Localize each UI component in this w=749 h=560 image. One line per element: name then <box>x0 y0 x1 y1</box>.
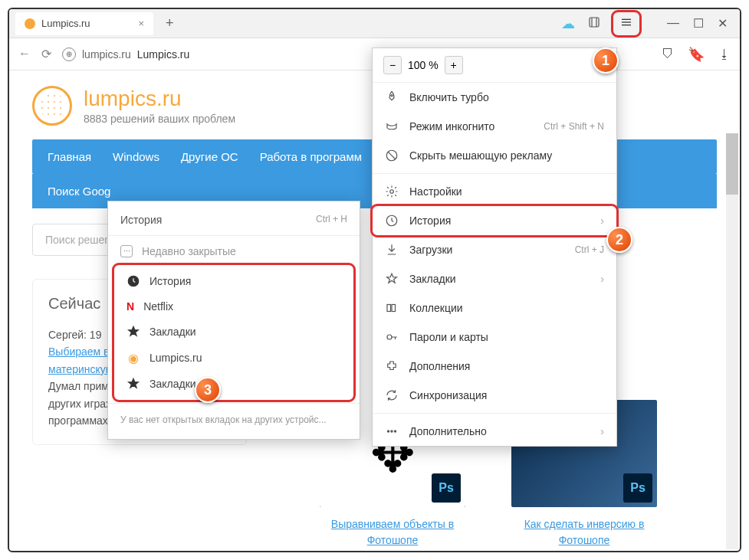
minimize-icon[interactable]: — <box>667 16 679 31</box>
weather-icon[interactable]: ☁ <box>561 15 575 32</box>
zoom-value: 100 % <box>408 59 439 71</box>
maximize-icon[interactable]: ☐ <box>693 16 704 31</box>
svg-rect-6 <box>392 305 396 312</box>
menu-more[interactable]: Дополнительно› <box>373 417 616 446</box>
submenu-footer: У вас нет открытых вкладок на других уст… <box>108 407 360 433</box>
menu-collections[interactable]: Коллекции <box>373 293 616 323</box>
svg-point-10 <box>394 431 396 432</box>
svg-rect-5 <box>387 305 391 312</box>
svg-point-9 <box>391 431 393 432</box>
download-icon <box>385 243 399 257</box>
history-item[interactable]: Закладки <box>114 371 353 397</box>
hamburger-menu-button[interactable] <box>613 12 639 35</box>
download-icon[interactable]: ⭳ <box>718 47 731 61</box>
star-icon <box>126 377 140 391</box>
chevron-right-icon: › <box>600 425 604 437</box>
netflix-icon: N <box>126 300 134 313</box>
zoom-row: − 100 % + ⛶ <box>373 48 616 83</box>
history-item[interactable]: Закладки <box>114 319 353 345</box>
ps-badge-icon: Ps <box>623 473 652 503</box>
favicon-icon <box>25 18 35 29</box>
nav-item[interactable]: Главная <box>48 150 91 163</box>
nav-item[interactable]: Работа в программ <box>260 150 362 163</box>
shield-icon[interactable]: ⛉ <box>662 47 674 61</box>
reload-icon[interactable]: ⟳ <box>41 47 51 61</box>
sync-toolbar-icon[interactable] <box>587 15 601 32</box>
block-icon <box>385 149 399 162</box>
site-title: lumpics.ru <box>84 87 235 111</box>
star-icon <box>385 272 399 286</box>
menu-bookmarks[interactable]: Закладки› <box>373 264 616 293</box>
svg-rect-0 <box>590 18 599 27</box>
back-icon[interactable]: ← <box>18 47 31 61</box>
svg-point-7 <box>387 335 392 339</box>
comment-author: Сергей: 19 <box>48 329 101 341</box>
scrollbar[interactable] <box>726 133 738 549</box>
menu-sync[interactable]: Синхронизация <box>373 381 616 410</box>
lumpics-icon: ◉ <box>126 351 140 365</box>
article-title[interactable]: Выравниваем объекты в Фотошопе <box>331 518 454 546</box>
menu-history[interactable]: История› <box>373 206 616 235</box>
menu-settings[interactable]: Настройки <box>373 177 616 206</box>
scrollbar-thumb[interactable] <box>726 133 738 195</box>
callout-3: 3 <box>195 377 221 403</box>
menu-passwords[interactable]: Пароли и карты <box>373 323 616 352</box>
browser-tab[interactable]: Lumpics.ru × <box>15 12 153 35</box>
menu-downloads[interactable]: ЗагрузкиCtrl + J <box>373 235 616 264</box>
chevron-right-icon: › <box>600 215 604 227</box>
clock-icon <box>385 214 399 228</box>
nav-item[interactable]: Windows <box>113 150 159 163</box>
puzzle-icon <box>385 359 399 373</box>
history-submenu: История Ctrl + H ⋯ Недавно закрытые Исто… <box>107 201 360 440</box>
url-field[interactable]: ⊕ lumpics.ru Lumpics.ru <box>62 47 189 61</box>
history-item[interactable]: История <box>114 268 353 294</box>
zoom-in-button[interactable]: + <box>445 56 463 74</box>
collection-icon <box>385 301 399 315</box>
callout-1: 1 <box>593 47 619 74</box>
star-icon <box>126 325 140 339</box>
main-menu: − 100 % + ⛶ Включить турбо Режим инкогни… <box>372 47 617 447</box>
mask-icon <box>385 120 399 133</box>
close-window-icon[interactable]: ✕ <box>718 16 728 31</box>
new-tab-button[interactable]: + <box>159 15 180 31</box>
svg-point-8 <box>387 431 389 432</box>
nav-item[interactable]: Другие ОС <box>181 150 238 163</box>
tab-close-icon[interactable]: × <box>138 18 144 29</box>
gear-icon <box>385 185 399 198</box>
svg-point-1 <box>391 95 393 97</box>
chevron-right-icon: › <box>600 273 604 285</box>
sync-icon <box>385 388 399 402</box>
menu-addons[interactable]: Дополнения <box>373 352 616 381</box>
recent-items-group: История NNetflix Закладки ◉Lumpics.ru За… <box>114 265 353 400</box>
zoom-out-button[interactable]: − <box>383 56 402 74</box>
recently-closed-header: ⋯ Недавно закрытые <box>108 239 360 264</box>
url-title: Lumpics.ru <box>137 48 189 61</box>
clock-icon <box>126 274 140 288</box>
rocket-icon <box>385 90 399 104</box>
submenu-header[interactable]: История Ctrl + H <box>108 208 360 232</box>
site-subtitle: 8883 решений ваших проблем <box>84 113 235 125</box>
article-title[interactable]: Как сделать инверсию в Фотошопе <box>524 518 645 546</box>
ps-badge-icon: Ps <box>432 473 461 503</box>
history-item[interactable]: NNetflix <box>114 294 353 319</box>
menu-turbo[interactable]: Включить турбо <box>373 83 616 112</box>
menu-incognito[interactable]: Режим инкогнитоCtrl + Shift + N <box>373 112 616 141</box>
history-item[interactable]: ◉Lumpics.ru <box>114 345 353 371</box>
logo-icon <box>32 86 72 126</box>
tab-title: Lumpics.ru <box>41 18 90 29</box>
key-icon <box>385 330 399 344</box>
menu-hide-ads[interactable]: Скрыть мешающую рекламу <box>373 141 616 170</box>
bookmark-icon[interactable]: 🔖 <box>688 46 705 63</box>
svg-point-3 <box>390 190 394 194</box>
globe-icon: ⊕ <box>62 47 76 61</box>
more-icon <box>385 424 399 438</box>
dots-icon: ⋯ <box>120 245 133 257</box>
callout-2: 2 <box>606 227 632 253</box>
tab-bar: Lumpics.ru × + ☁ — ☐ ✕ <box>9 9 740 38</box>
url-domain: lumpics.ru <box>82 48 131 61</box>
